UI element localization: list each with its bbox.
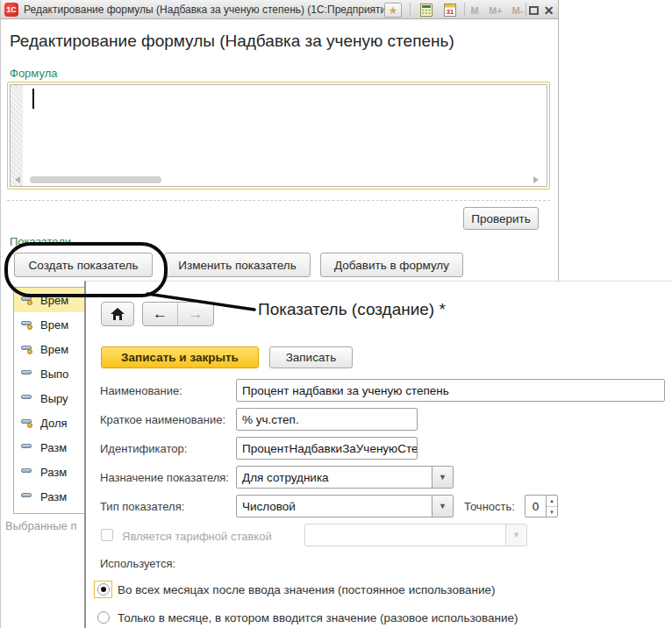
close-icon: ✕ bbox=[544, 4, 554, 18]
indicator-form-window: ← → Показатель (создание) * Записать и з… bbox=[84, 281, 672, 628]
star-icon: ★ bbox=[389, 4, 398, 17]
short-name-field[interactable]: % уч.степ. bbox=[236, 408, 418, 431]
scroll-right-arrow-icon[interactable] bbox=[533, 176, 539, 183]
spinner-down-icon[interactable]: ▼ bbox=[547, 506, 557, 517]
indicator-icon bbox=[21, 295, 33, 305]
save-and-close-button[interactable]: Записать и закрыть bbox=[101, 346, 259, 368]
chevron-down-icon: ▼ bbox=[505, 525, 526, 546]
precision-stepper[interactable]: 0 ▲ ▼ bbox=[525, 495, 558, 517]
back-button[interactable]: ← bbox=[143, 303, 178, 325]
indicator-icon bbox=[21, 368, 33, 379]
formula-group-label: Формула bbox=[10, 67, 57, 80]
1c-logo-icon: 1С bbox=[4, 3, 18, 17]
home-icon bbox=[111, 308, 125, 320]
identifier-field[interactable]: ПроцентНадбавкиЗаУченуюСтепе bbox=[236, 437, 418, 460]
precision-value: 0 bbox=[525, 496, 546, 517]
favorites-button[interactable]: ★ bbox=[384, 3, 402, 18]
calendar-button[interactable]: 31 bbox=[442, 3, 458, 18]
formula-editor-area[interactable] bbox=[10, 84, 547, 187]
divider bbox=[7, 200, 550, 201]
tariff-rate-label: Является тарифной ставкой bbox=[122, 530, 272, 543]
type-label: Тип показателя: bbox=[100, 500, 184, 513]
indicator-icon bbox=[21, 491, 33, 502]
selected-indicators-label: Выбранные п bbox=[5, 519, 77, 532]
type-combobox[interactable]: Числовой ▼ bbox=[236, 495, 454, 517]
editor-gutter bbox=[11, 85, 23, 186]
purpose-label: Назначение показателя: bbox=[100, 471, 229, 484]
memory-recall-button: M bbox=[468, 3, 481, 18]
radio-permanent-use[interactable] bbox=[97, 583, 110, 596]
horizontal-scrollbar-thumb[interactable] bbox=[30, 176, 161, 183]
save-button[interactable]: Записать bbox=[269, 346, 353, 368]
radio-once-use[interactable] bbox=[97, 611, 110, 624]
indicator-icon bbox=[21, 417, 33, 428]
calculator-icon bbox=[420, 4, 433, 17]
indicators-group-label: Показатели bbox=[10, 235, 71, 248]
check-formula-button[interactable]: Проверить bbox=[463, 207, 539, 230]
radio-permanent-label: Во всех месяцах после ввода значения (по… bbox=[118, 583, 495, 596]
name-field[interactable]: Процент надбавки за ученую степень bbox=[236, 379, 665, 402]
identifier-label: Идентификатор: bbox=[100, 442, 187, 455]
precision-label: Точность: bbox=[464, 500, 515, 513]
page-title: Редактирование формулы (Надбавка за учен… bbox=[10, 32, 454, 51]
maximize-icon bbox=[529, 6, 539, 15]
home-button[interactable] bbox=[101, 302, 134, 326]
indicator-icon bbox=[21, 442, 33, 453]
create-indicator-button[interactable]: Создать показатель bbox=[14, 253, 153, 277]
memory-subtract-button: M- bbox=[508, 3, 527, 18]
memory-add-button: M+ bbox=[486, 3, 505, 18]
history-nav: ← → bbox=[142, 302, 214, 326]
purpose-combobox[interactable]: Для сотрудника ▼ bbox=[236, 466, 454, 489]
indicator-icon bbox=[21, 319, 33, 330]
chevron-down-icon[interactable]: ▼ bbox=[432, 467, 453, 488]
close-button[interactable]: ✕ bbox=[542, 3, 555, 18]
name-label: Наименование: bbox=[100, 384, 182, 397]
add-to-formula-button[interactable]: Добавить в формулу bbox=[320, 253, 463, 277]
indicator-icon bbox=[21, 344, 33, 354]
spinner-up-icon[interactable]: ▲ bbox=[547, 496, 557, 506]
form-window-title: Показатель (создание) * bbox=[258, 300, 446, 319]
tariff-rate-checkbox bbox=[101, 529, 113, 541]
scroll-left-arrow-icon[interactable] bbox=[15, 176, 20, 183]
short-name-label: Краткое наименование: bbox=[100, 413, 225, 426]
chevron-down-icon[interactable]: ▼ bbox=[432, 496, 453, 517]
tariff-combobox: ▼ bbox=[304, 524, 527, 546]
screen: 1С Редактирование формулы (Надбавка за у… bbox=[0, 0, 672, 628]
calculator-button[interactable] bbox=[418, 3, 434, 18]
indicator-icon bbox=[21, 467, 33, 477]
forward-button: → bbox=[178, 303, 213, 325]
edit-indicator-button[interactable]: Изменить показатель bbox=[164, 253, 311, 277]
text-caret bbox=[32, 89, 34, 109]
radio-once-label: Только в месяце, в котором вводится знач… bbox=[118, 611, 518, 624]
svg-text:31: 31 bbox=[447, 8, 454, 16]
calendar-icon: 31 bbox=[444, 4, 456, 17]
title-bar: 1С Редактирование формулы (Надбавка за у… bbox=[1, 0, 558, 19]
usage-label: Используется: bbox=[100, 557, 175, 570]
indicator-icon bbox=[21, 393, 33, 403]
maximize-button[interactable] bbox=[527, 3, 540, 18]
window-title: Редактирование формулы (Надбавка за учен… bbox=[24, 4, 396, 16]
